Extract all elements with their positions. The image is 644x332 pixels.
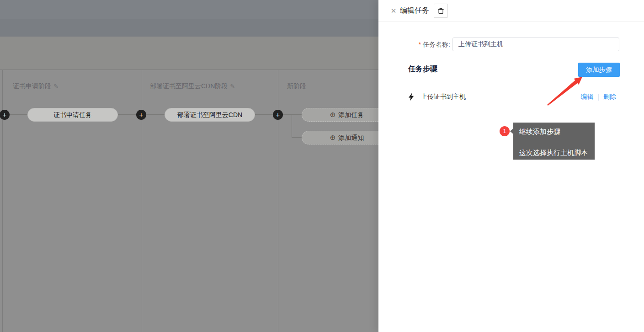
- close-icon[interactable]: ✕: [389, 6, 398, 16]
- step-info: 上传证书到主机: [408, 93, 466, 101]
- task-name-label-text: 任务名称:: [423, 41, 450, 48]
- drawer-header: ✕ 编辑任务: [378, 0, 644, 22]
- required-asterisk: *: [419, 41, 421, 48]
- add-stage-button[interactable]: +: [0, 110, 10, 120]
- bolt-icon: [408, 93, 414, 101]
- task-name-input[interactable]: [452, 37, 619, 51]
- task-edit-drawer: ✕ 编辑任务 *任务名称: 任务步骤 添加步骤 上传证书到主机 编辑 | 删除: [378, 0, 644, 332]
- drawer-title: 编辑任务: [400, 6, 429, 16]
- page-subheader-masked: [0, 19, 378, 37]
- plus-icon: +: [276, 111, 280, 118]
- trash-icon: [437, 7, 444, 15]
- connector-line: [292, 137, 302, 138]
- tooltip-line1: 继续添加步骤: [519, 128, 590, 136]
- task-name-label: *任务名称:: [378, 41, 450, 49]
- step-name: 上传证书到主机: [421, 93, 466, 101]
- stage-divider: [2, 70, 3, 332]
- add-step-button[interactable]: 添加步骤: [578, 63, 620, 77]
- delete-step-link[interactable]: 删除: [603, 93, 616, 101]
- link-divider: |: [597, 93, 599, 101]
- task-node-cert-apply[interactable]: 证书申请任务: [27, 108, 118, 122]
- toolbar-band-masked: [0, 37, 378, 70]
- task-node-deploy-cdn[interactable]: 部署证书至阿里云CDN: [165, 108, 255, 122]
- add-notification-node[interactable]: ⊕添加通知: [302, 131, 378, 145]
- tooltip-arrow: [510, 128, 514, 134]
- add-task-node[interactable]: ⊕添加任务: [302, 108, 378, 122]
- stage-title-text: 部署证书至阿里云CDN阶段: [150, 82, 228, 90]
- stage-title-2: 部署证书至阿里云CDN阶段✎: [150, 82, 235, 91]
- add-stage-button[interactable]: +: [136, 110, 146, 120]
- stage-title-text: 证书申请阶段: [13, 82, 51, 90]
- stage-divider: [142, 70, 142, 332]
- stage-edit-icon[interactable]: ✎: [230, 83, 235, 90]
- pipeline-canvas: 证书申请阶段✎ 部署证书至阿里云CDN阶段✎ 新阶段 + + + 证书申请任务 …: [0, 0, 378, 332]
- plus-icon: +: [139, 111, 144, 118]
- stage-edit-icon[interactable]: ✎: [53, 83, 59, 90]
- delete-task-button[interactable]: [434, 4, 448, 18]
- steps-heading: 任务步骤: [408, 64, 437, 74]
- add-notification-label: 添加通知: [338, 134, 364, 141]
- stage-title-1: 证书申请阶段✎: [13, 82, 59, 91]
- step-actions: 编辑 | 删除: [580, 93, 616, 101]
- annotation-tooltip: 继续添加步骤 这次选择执行主机脚本: [513, 123, 595, 160]
- add-task-label: 添加任务: [338, 111, 364, 118]
- stage-title-text: 新阶段: [287, 82, 306, 90]
- circle-plus-icon: ⊕: [330, 134, 336, 141]
- stage-divider: [278, 70, 278, 332]
- connector-branch-line: [292, 114, 292, 138]
- circle-plus-icon: ⊕: [330, 111, 336, 118]
- add-stage-button[interactable]: +: [273, 110, 283, 120]
- step-row: 上传证书到主机 编辑 | 删除: [408, 91, 616, 102]
- tooltip-line2: 这次选择执行主机脚本: [519, 149, 590, 157]
- annotation-badge: 1: [500, 126, 510, 136]
- page-header-masked: [0, 0, 378, 19]
- stage-title-3: 新阶段: [287, 82, 306, 91]
- edit-step-link[interactable]: 编辑: [580, 93, 593, 101]
- plus-icon: +: [3, 111, 7, 118]
